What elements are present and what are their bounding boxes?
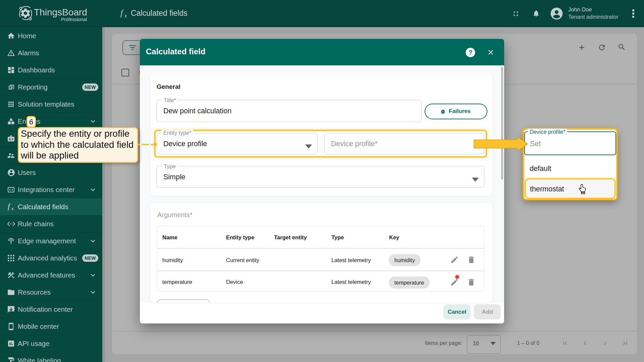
svg-text:x: x	[11, 206, 14, 211]
svg-text:?: ?	[469, 49, 473, 56]
svg-text:f: f	[120, 8, 124, 17]
svg-text:f: f	[8, 202, 11, 210]
svg-text:x: x	[124, 13, 127, 18]
